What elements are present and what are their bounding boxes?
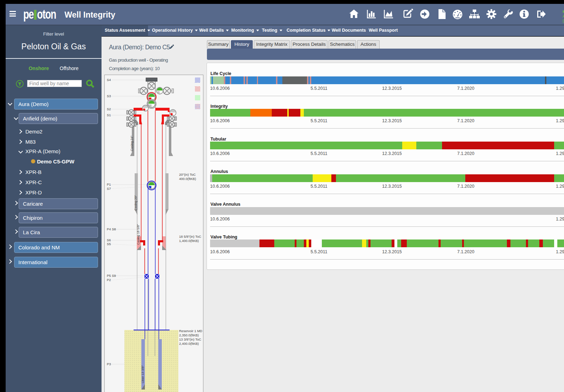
svg-text:S2: S2 [107, 107, 111, 111]
svg-text:400.0(ftKB): 400.0(ftKB) [179, 177, 196, 181]
svg-text:S1: S1 [107, 113, 111, 117]
svg-text:2,350.0(ftKB): 2,350.0(ftKB) [179, 333, 199, 337]
svg-text:Reservoir 1 MD: Reservoir 1 MD [179, 329, 202, 333]
svg-text:P2: P2 [107, 278, 111, 282]
svg-text:S7: S7 [107, 187, 111, 191]
svg-text:P3: P3 [107, 362, 111, 366]
svg-text:18 5/8"(in) ToC: 18 5/8"(in) ToC [179, 235, 201, 238]
svg-text:13 3/8"(in) ToC: 13 3/8"(in) ToC [179, 337, 201, 341]
svg-text:P5 S9: P5 S9 [107, 274, 116, 278]
svg-text:S5: S5 [107, 242, 111, 246]
svg-text:Casing 18 5/8": Casing 18 5/8" [136, 224, 140, 245]
svg-text:S3: S3 [107, 94, 111, 98]
svg-text:Liner 13 3/8": Liner 13 3/8" [141, 365, 145, 383]
svg-text:Casing 24": Casing 24" [130, 136, 134, 151]
svg-text:2,400.0(ftKB): 2,400.0(ftKB) [179, 342, 199, 346]
svg-text:1,400.0(ftKB): 1,400.0(ftKB) [179, 239, 199, 243]
svg-text:20"(in) ToC: 20"(in) ToC [179, 173, 196, 176]
svg-text:S6: S6 [107, 238, 111, 242]
svg-text:Casing 20": Casing 20" [134, 195, 137, 211]
svg-text:P4 S8: P4 S8 [107, 227, 116, 231]
svg-text:P1: P1 [107, 182, 111, 186]
svg-text:S4: S4 [107, 78, 111, 82]
